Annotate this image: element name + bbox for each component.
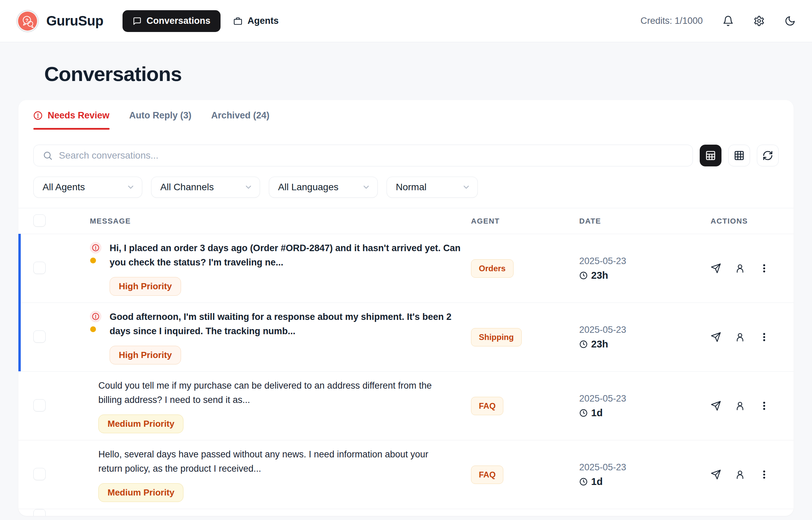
nav-agents[interactable]: Agents <box>225 10 288 32</box>
send-icon <box>711 401 721 411</box>
user-icon <box>735 469 745 480</box>
svg-text:?: ? <box>25 17 28 23</box>
actions-cell <box>704 469 779 480</box>
filter-languages[interactable]: All Languages <box>269 177 378 198</box>
send-button[interactable] <box>711 332 721 342</box>
actions-cell <box>704 332 779 342</box>
dark-mode-toggle[interactable] <box>784 15 796 27</box>
more-vertical-icon <box>759 263 769 274</box>
tab-needs-review-label: Needs Review <box>48 110 110 121</box>
table-row[interactable]: Good afternoon, I'm still waiting for a … <box>18 303 794 371</box>
conversations-table: MESSAGE AGENT DATE ACTIONS Hi, I placed … <box>33 208 779 516</box>
filter-agents-value: All Agents <box>43 182 85 193</box>
row-menu-button[interactable] <box>759 332 769 342</box>
filter-channels[interactable]: All Channels <box>151 177 260 198</box>
priority-badge: High Priority <box>110 346 181 364</box>
send-icon <box>711 332 721 342</box>
table-view-button[interactable] <box>700 145 721 166</box>
more-vertical-icon <box>759 332 769 342</box>
toolbar <box>33 145 779 166</box>
agent-badge: Shipping <box>471 328 522 346</box>
assign-user-button[interactable] <box>735 332 745 342</box>
tab-archived[interactable]: Archived (24) <box>211 110 270 130</box>
row-flags <box>90 241 101 296</box>
moon-icon <box>784 15 796 27</box>
filter-priority[interactable]: Normal <box>387 177 478 198</box>
select-all-checkbox[interactable] <box>33 214 46 227</box>
row-checkbox[interactable] <box>33 330 46 343</box>
chevron-down-icon <box>362 183 371 192</box>
date-text: 2025-05-23 <box>579 325 704 335</box>
chevron-down-icon <box>126 183 135 192</box>
notifications-button[interactable] <box>722 15 734 27</box>
send-button[interactable] <box>711 263 721 274</box>
nav-conversations[interactable]: Conversations <box>123 10 221 32</box>
row-checkbox[interactable] <box>33 509 46 516</box>
assign-user-button[interactable] <box>735 469 745 480</box>
tab-archived-label: Archived (24) <box>211 110 270 121</box>
table-row[interactable]: Payments: Can you confirm if the payment… <box>18 509 794 516</box>
user-icon <box>735 263 745 274</box>
clock-icon <box>579 477 588 486</box>
app-header: ? GuruSup Conversations Agents Credits: … <box>0 0 812 42</box>
message-text: Could you tell me if my purchase can be … <box>98 378 442 407</box>
row-checkbox[interactable] <box>33 262 46 274</box>
nav-agents-label: Agents <box>247 16 279 26</box>
send-icon <box>711 469 721 480</box>
message-text: Hello, several days have passed without … <box>98 447 442 476</box>
clock-icon <box>579 340 588 348</box>
search-icon <box>43 150 53 161</box>
assign-user-button[interactable] <box>735 263 745 274</box>
chevron-down-icon <box>462 183 471 192</box>
priority-badge: Medium Priority <box>98 415 183 433</box>
row-checkbox[interactable] <box>33 468 46 480</box>
send-button[interactable] <box>711 469 721 480</box>
user-icon <box>735 332 745 342</box>
tab-needs-review[interactable]: Needs Review <box>33 110 110 130</box>
main-nav: Conversations Agents <box>123 10 288 32</box>
priority-badge: High Priority <box>110 277 181 296</box>
conversations-card: Needs Review Auto Reply (3) Archived (24… <box>18 100 794 516</box>
row-menu-button[interactable] <box>759 401 769 411</box>
row-menu-button[interactable] <box>759 263 769 274</box>
date-text: 2025-05-23 <box>579 393 704 404</box>
table-row[interactable]: Hi, I placed an order 3 days ago (Order … <box>18 234 794 303</box>
date-text: 2025-05-23 <box>579 462 704 473</box>
tab-bar: Needs Review Auto Reply (3) Archived (24… <box>33 110 779 130</box>
message-square-icon <box>133 17 142 26</box>
tab-auto-reply-label: Auto Reply (3) <box>129 110 192 121</box>
age-text: 23h <box>591 339 608 350</box>
refresh-icon <box>762 150 773 161</box>
conversation-rows: Hi, I placed an order 3 days ago (Order … <box>33 234 779 516</box>
clock-icon <box>579 409 588 417</box>
column-header-message: MESSAGE <box>90 217 471 226</box>
search-input[interactable] <box>59 150 684 161</box>
grid-view-button[interactable] <box>728 145 750 166</box>
agent-badge: Orders <box>471 259 514 278</box>
app-logo-icon[interactable]: ? <box>16 10 39 32</box>
send-button[interactable] <box>711 401 721 411</box>
tab-auto-reply[interactable]: Auto Reply (3) <box>129 110 192 130</box>
table-row[interactable]: Could you tell me if my purchase can be … <box>18 371 794 440</box>
message-text: Payments: Can you confirm if the payment… <box>98 514 442 516</box>
user-icon <box>735 401 745 411</box>
brand-name: GuruSup <box>46 13 103 29</box>
nav-conversations-label: Conversations <box>147 16 211 26</box>
row-checkbox[interactable] <box>33 399 46 411</box>
assign-user-button[interactable] <box>735 401 745 411</box>
table-row[interactable]: Hello, several days have passed without … <box>18 440 794 509</box>
settings-button[interactable] <box>753 15 765 27</box>
filter-agents[interactable]: All Agents <box>33 177 142 198</box>
chevron-down-icon <box>244 183 253 192</box>
briefcase-icon <box>233 17 242 26</box>
unread-dot-icon <box>90 258 96 263</box>
main-content: Conversations Needs Review Auto Reply (3… <box>0 62 812 516</box>
agent-badge: FAQ <box>471 466 503 484</box>
column-header-actions: ACTIONS <box>704 217 779 226</box>
alert-circle-icon <box>33 111 43 120</box>
gear-icon <box>753 15 765 27</box>
grid-view-icon <box>734 150 745 161</box>
row-menu-button[interactable] <box>759 469 769 480</box>
refresh-button[interactable] <box>757 145 779 166</box>
message-text: Good afternoon, I'm still waiting for a … <box>110 310 462 338</box>
